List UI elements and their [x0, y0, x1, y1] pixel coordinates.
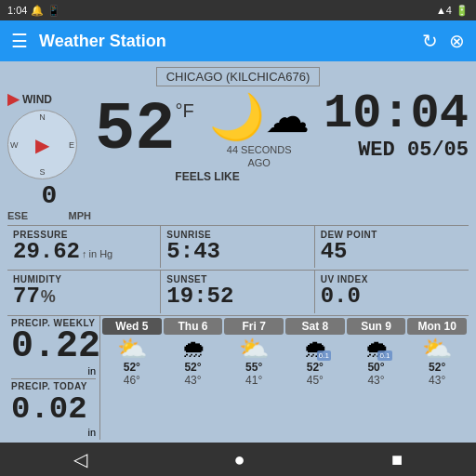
- wind-dir-unit: ESE: [7, 210, 28, 221]
- clock-section: 10:04 WED 05/05: [324, 90, 469, 162]
- forecast-icon-wrap-5: ⛅: [422, 337, 452, 361]
- temperature-unit: °F: [175, 100, 193, 122]
- forecast-day-5: Mon 10⛅52°43°: [407, 318, 467, 387]
- precip-today-value: 0.02: [11, 391, 87, 427]
- forecast-header-3: Sat 8: [285, 318, 345, 335]
- station-name: CHICAGO (KILCHICA676): [156, 67, 321, 86]
- wind-speed-unit: MPH: [69, 210, 91, 221]
- pressure-arrow: ↑: [82, 248, 87, 259]
- wifi-icon: ▲4: [436, 5, 452, 16]
- precip-today-label: PRECIP. TODAY: [11, 381, 96, 391]
- forecast-day-1: Thu 6🌧52°43°: [164, 318, 223, 387]
- pressure-unit: in Hg: [89, 248, 113, 259]
- pressure-value: 29.62: [13, 240, 80, 264]
- dewpoint-cell: DEW POINT 45: [315, 226, 469, 268]
- forecast-high-3: 52°: [285, 361, 345, 374]
- forecast-low-0: 46°: [102, 374, 162, 387]
- uvindex-value: 0.0: [321, 284, 463, 309]
- wind-compass: N S E W ▶: [7, 110, 77, 179]
- forecast-header-1: Thu 6: [164, 318, 223, 335]
- ago-text: 44 SECONDSAGO: [202, 143, 317, 170]
- precip-section: PRECIP. WEEKLY 0.22 in PRECIP. TODAY 0.0…: [7, 315, 469, 440]
- compass-e: E: [69, 140, 74, 150]
- forecast-day-3: Sat 8🌧0.152°45°: [285, 318, 345, 387]
- dewpoint-value: 45: [321, 240, 463, 264]
- temperature-value: 52: [95, 97, 175, 164]
- refresh-button[interactable]: ↻: [422, 30, 438, 52]
- forecast-header-4: Sun 9: [347, 318, 406, 335]
- app-bar: ☰ Weather Station ↻ ⊗: [0, 20, 476, 61]
- forecast-low-2: 41°: [224, 374, 284, 387]
- wind-label-text: WIND: [22, 93, 52, 106]
- wind-units: ESE MPH: [7, 210, 91, 221]
- compass-s: S: [39, 167, 45, 177]
- forecast-low-4: 43°: [347, 374, 406, 387]
- forecast-day-0: Wed 5⛅52°46°: [102, 318, 162, 387]
- precip-badge-4: 0.1: [377, 350, 391, 361]
- battery-icon: 🔋: [456, 5, 469, 17]
- wind-arrow-icon: ▶: [7, 90, 19, 108]
- temp-row: 52 °F 🌙☁ 44 SECONDSAGO: [95, 90, 320, 170]
- temp-section: 52 °F 🌙☁ 44 SECONDSAGO FEELS LIKE: [95, 90, 320, 183]
- forecast-area: Wed 5⛅52°46°Thu 6🌧52°43°Fri 7⛅55°41°Sat …: [100, 316, 469, 440]
- forecast-low-3: 45°: [285, 374, 345, 387]
- sd-icon: 📱: [47, 5, 60, 17]
- menu-icon[interactable]: ☰: [11, 30, 28, 52]
- precip-divider: [11, 378, 96, 379]
- status-time: 1:04: [7, 5, 27, 16]
- forecast-icon-2: ⛅: [239, 337, 269, 361]
- forecast-low-5: 43°: [407, 374, 467, 387]
- forecast-header-0: Wed 5: [102, 318, 162, 335]
- forecast-high-1: 52°: [164, 361, 223, 374]
- humidity-value: 77: [13, 284, 40, 309]
- status-bar: 1:04 🔔 📱 ▲4 🔋: [0, 0, 476, 20]
- settings-button[interactable]: ⊗: [449, 30, 465, 52]
- forecast-icon-wrap-1: 🌧: [181, 337, 205, 361]
- app-title: Weather Station: [39, 32, 411, 51]
- precip-today-unit: in: [11, 427, 96, 438]
- forecast-days: Wed 5⛅52°46°Thu 6🌧52°43°Fri 7⛅55°41°Sat …: [102, 318, 467, 387]
- forecast-day-4: Sun 9🌧0.150°43°: [347, 318, 406, 387]
- forecast-high-4: 50°: [347, 361, 406, 374]
- notification-icon: 🔔: [31, 5, 44, 17]
- forecast-icon-wrap-4: 🌧0.1: [364, 337, 389, 361]
- sunrise-cell: SUNRISE 5:43: [161, 226, 314, 268]
- forecast-header-2: Fri 7: [224, 318, 284, 335]
- home-button[interactable]: ●: [233, 449, 245, 470]
- wind-section: ▶ WIND N S E W ▶ 0 ESE MPH: [7, 90, 91, 221]
- forecast-icon-wrap-3: 🌧0.1: [303, 337, 327, 361]
- clock-time: 10:04: [324, 90, 469, 139]
- forecast-day-2: Fri 7⛅55°41°: [224, 318, 284, 387]
- forecast-icon-0: ⛅: [117, 337, 147, 361]
- uvindex-cell: UV INDEX 0.0: [315, 271, 469, 312]
- pressure-cell: PRESSURE 29.62 ↑ in Hg: [7, 226, 161, 268]
- main-content: CHICAGO (KILCHICA676) ▶ WIND N S E W ▶ 0…: [0, 61, 476, 445]
- forecast-icon-wrap-2: ⛅: [239, 337, 269, 361]
- back-button[interactable]: ◁: [73, 448, 87, 470]
- precip-badge-3: 0.1: [317, 350, 331, 361]
- humidity-unit: %: [41, 287, 56, 307]
- forecast-icon-1: 🌧: [181, 337, 205, 361]
- forecast-icon-wrap-0: ⛅: [117, 337, 147, 361]
- nav-bar: ◁ ● ■: [0, 443, 476, 476]
- forecast-low-1: 43°: [164, 374, 223, 387]
- stats-grid-2: HUMIDITY 77 % SUNSET 19:52 UV INDEX 0.0: [7, 270, 469, 312]
- weather-icon: 🌙☁: [209, 90, 310, 143]
- humidity-cell: HUMIDITY 77 %: [7, 271, 161, 312]
- precip-left: PRECIP. WEEKLY 0.22 in PRECIP. TODAY 0.0…: [7, 316, 100, 440]
- forecast-icon-5: ⛅: [422, 337, 452, 361]
- forecast-header-5: Mon 10: [407, 318, 467, 335]
- sunrise-value: 5:43: [166, 240, 308, 264]
- wind-direction-arrow: ▶: [35, 134, 49, 156]
- compass-w: W: [10, 140, 19, 150]
- recent-button[interactable]: ■: [391, 449, 403, 470]
- top-row: ▶ WIND N S E W ▶ 0 ESE MPH 52 °F: [7, 90, 469, 221]
- wind-speed: 0: [7, 181, 91, 210]
- clock-date: WED 05/05: [324, 139, 469, 162]
- precip-weekly-value: 0.22: [11, 328, 100, 365]
- sunset-cell: SUNSET 19:52: [161, 271, 314, 312]
- feels-like-label: FEELS LIKE: [95, 170, 320, 183]
- stats-grid-1: PRESSURE 29.62 ↑ in Hg SUNRISE 5:43 DEW …: [7, 225, 469, 268]
- compass-n: N: [39, 112, 46, 122]
- sunset-value: 19:52: [166, 284, 308, 309]
